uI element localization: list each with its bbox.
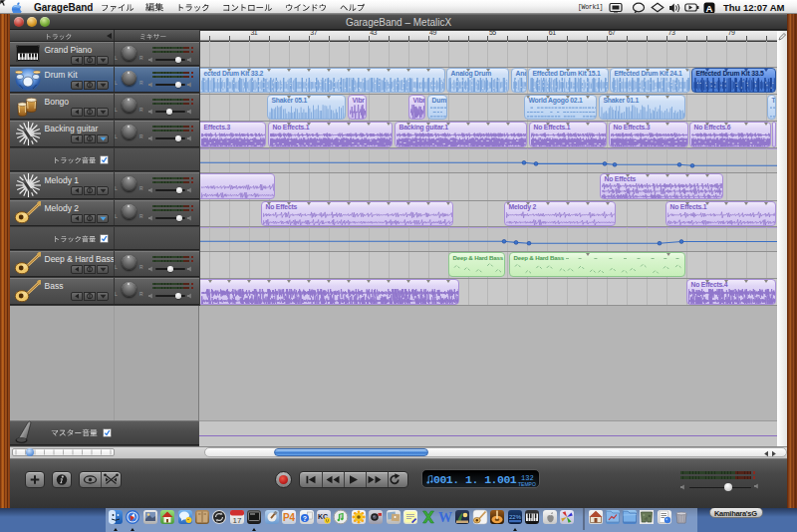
svg-text:A: A	[706, 2, 713, 13]
